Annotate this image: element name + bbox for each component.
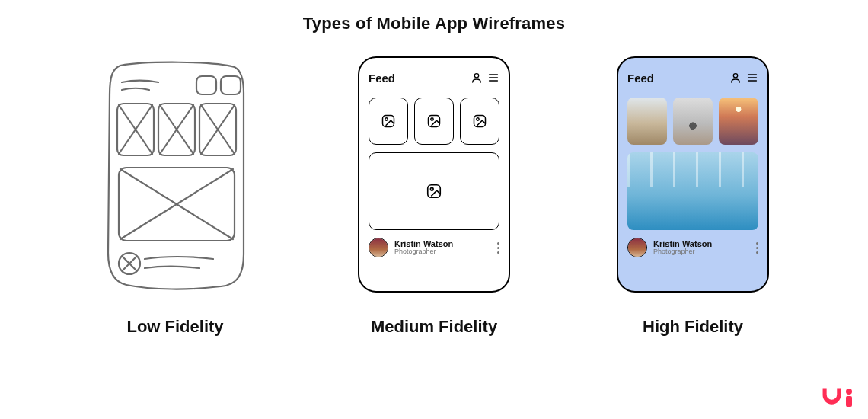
more-icon[interactable]: [497, 242, 499, 254]
svg-rect-15: [474, 116, 486, 127]
svg-rect-13: [429, 116, 440, 127]
low-fidelity-column: Low Fidelity: [61, 56, 289, 337]
thumbnail-placeholder[interactable]: [460, 98, 499, 145]
svg-rect-17: [428, 185, 441, 198]
app-header: Feed: [627, 69, 758, 87]
author-role: Photographer: [394, 248, 453, 256]
hero-placeholder[interactable]: [369, 152, 499, 230]
app-header: Feed: [369, 69, 499, 87]
brand-logo: [821, 385, 854, 411]
medium-fidelity-mockup: Feed: [358, 56, 510, 293]
more-icon[interactable]: [756, 242, 758, 254]
thumbnail-photo[interactable]: [673, 98, 713, 145]
svg-rect-0: [196, 76, 216, 94]
svg-point-7: [474, 74, 478, 78]
author-row: Kristin Watson Photographer: [369, 238, 499, 257]
thumbnail-photo[interactable]: [719, 98, 758, 145]
diagram-page: Types of Mobile App Wireframes: [0, 0, 868, 419]
author-role: Photographer: [653, 248, 712, 256]
svg-point-18: [430, 187, 433, 190]
low-fidelity-caption: Low Fidelity: [126, 317, 223, 337]
user-icon[interactable]: [729, 72, 742, 84]
high-fidelity-mockup: Feed Kristin Watson Photogra: [617, 56, 769, 293]
medium-fidelity-caption: Medium Fidelity: [371, 317, 497, 337]
medium-fidelity-column: Feed: [320, 56, 548, 337]
author-text: Kristin Watson Photographer: [394, 239, 453, 256]
thumbnail-placeholder[interactable]: [369, 98, 408, 145]
svg-point-19: [733, 74, 737, 78]
svg-rect-24: [846, 396, 852, 407]
menu-icon[interactable]: [487, 72, 499, 84]
svg-rect-1: [221, 76, 241, 94]
thumbnail-photo[interactable]: [627, 98, 667, 145]
feed-title: Feed: [627, 72, 654, 85]
svg-rect-11: [383, 116, 394, 127]
page-title: Types of Mobile App Wireframes: [0, 0, 868, 34]
image-icon: [426, 183, 442, 200]
examples-row: Low Fidelity Feed: [0, 34, 868, 337]
svg-point-23: [846, 389, 852, 395]
header-icons: [729, 72, 758, 84]
thumbnail-placeholder[interactable]: [414, 98, 454, 145]
image-icon: [426, 114, 442, 129]
low-fidelity-mockup: [99, 56, 251, 293]
author-row: Kristin Watson Photographer: [627, 238, 758, 257]
hero-photo[interactable]: [627, 152, 758, 230]
image-icon: [472, 114, 487, 129]
feed-title: Feed: [369, 72, 395, 85]
user-icon[interactable]: [471, 72, 483, 84]
high-fidelity-caption: High Fidelity: [643, 317, 743, 337]
high-fidelity-column: Feed Kristin Watson Photogra: [579, 56, 807, 337]
menu-icon[interactable]: [746, 72, 758, 84]
header-icons: [471, 72, 499, 84]
svg-point-16: [477, 118, 479, 120]
thumbnail-row: [627, 98, 758, 145]
thumbnail-row: [369, 98, 499, 145]
svg-point-14: [431, 118, 433, 120]
avatar[interactable]: [627, 238, 647, 257]
svg-point-12: [385, 118, 388, 120]
avatar[interactable]: [369, 238, 388, 257]
image-icon: [381, 114, 396, 129]
author-text: Kristin Watson Photographer: [653, 239, 712, 256]
